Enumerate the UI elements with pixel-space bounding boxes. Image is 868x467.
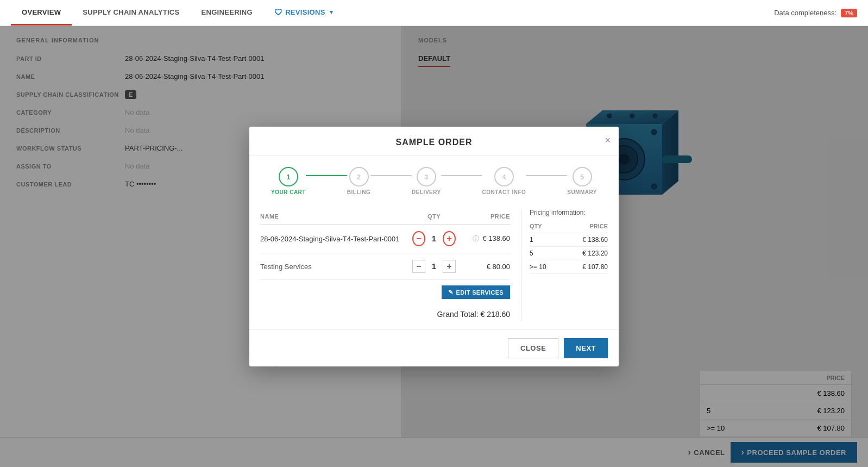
grand-total: Grand Total: € 218.60 [260,302,510,321]
step-line-2-3 [370,175,412,176]
stepper: 1 YOUR CART 2 BILLING 3 DELIVERY [249,156,619,201]
step-label-4: CONTACT INFO [482,189,526,195]
tab-supply-chain[interactable]: SUPPLY CHAIN ANALYTICS [72,0,190,26]
step-circle-4: 4 [494,167,514,186]
step-line-1-2 [306,175,347,176]
qty-increase-button[interactable]: + [443,231,456,246]
qty-decrease-button[interactable]: − [412,231,425,246]
services-qty-decrease[interactable]: − [412,260,425,273]
modal-close-button[interactable]: × [605,135,611,146]
cart-part-name: 28-06-2024-Staging-Silva-T4-Test-Part-00… [260,235,412,243]
pricing-row-1: 1 € 138.60 [530,233,608,247]
modal-body: NAME QTY PRICE 28-06-2024-Staging-Silva-… [249,201,619,329]
next-button[interactable]: NEXT [564,338,608,358]
shield-icon: 🛡 [274,8,282,17]
step-line-3-4 [441,175,482,176]
cart-row-services: Testing Services − 1 + € 80.00 [260,253,510,280]
tab-revisions[interactable]: 🛡 Revisions ▾ [263,0,344,26]
nav-tabs: OVERVIEW SUPPLY CHAIN ANALYTICS ENGINEER… [11,0,344,26]
services-name: Testing Services [260,263,412,271]
step-label-5: SUMMARY [567,189,597,195]
cart-row-part: 28-06-2024-Staging-Silva-T4-Test-Part-00… [260,225,510,253]
step-circle-5: 5 [573,167,592,186]
step-2: 2 BILLING [347,167,371,195]
modal-footer: CLOSE NEXT [249,329,619,366]
top-nav: OVERVIEW SUPPLY CHAIN ANALYTICS ENGINEER… [0,0,868,26]
edit-services-button[interactable]: ✎ EDIT SERVICES [442,285,510,299]
main-content: GENERAL INFORMATION PART ID 28-06-2024-S… [0,26,868,467]
modal-header: SAMPLE ORDER × [249,127,619,156]
close-button[interactable]: CLOSE [508,338,558,358]
services-qty-increase[interactable]: + [443,260,456,273]
services-qty-value: 1 [429,262,439,271]
qty-control-services: − 1 + [412,260,456,273]
tab-engineering[interactable]: ENGINEERING [191,0,263,26]
step-1: 1 YOUR CART [271,167,306,195]
pricing-row-2: 5 € 123.20 [530,247,608,260]
completeness-badge: 7% [841,9,857,17]
tab-overview[interactable]: OVERVIEW [11,0,72,26]
cart-section: NAME QTY PRICE 28-06-2024-Staging-Silva-… [260,209,510,321]
step-circle-2: 2 [349,167,369,186]
step-4: 4 CONTACT INFO [482,167,526,195]
data-completeness: Data completeness: 7% [774,9,857,17]
pricing-info-title: Pricing information: [530,209,608,216]
step-label-2: BILLING [347,189,371,195]
step-3: 3 DELIVERY [412,167,441,195]
sample-order-modal: SAMPLE ORDER × 1 YOUR CART 2 BILLING [249,127,619,366]
qty-control-part: − 1 + [412,231,456,246]
modal-title: SAMPLE ORDER [396,138,473,147]
step-circle-3: 3 [417,167,436,186]
step-5: 5 SUMMARY [567,167,597,195]
edit-services-row: ✎ EDIT SERVICES [260,280,510,302]
pricing-table-header: QTY PRICE [530,223,608,233]
services-price: € 80.00 [456,263,510,271]
qty-value-part: 1 [429,234,439,243]
pricing-sidebar: Pricing information: QTY PRICE 1 € 138.6… [521,209,608,321]
info-icon: ⓘ [473,235,479,242]
pencil-icon: ✎ [448,289,453,296]
step-line-4-5 [526,175,567,176]
cart-table-header: NAME QTY PRICE [260,209,510,225]
cart-part-price: ⓘ € 138.60 [456,234,510,244]
step-label-1: YOUR CART [271,189,306,195]
chevron-down-icon: ▾ [330,9,333,16]
modal-overlay: SAMPLE ORDER × 1 YOUR CART 2 BILLING [0,26,868,467]
pricing-row-3: >= 10 € 107.80 [530,260,608,274]
step-label-3: DELIVERY [412,189,441,195]
step-circle-1: 1 [279,167,298,186]
